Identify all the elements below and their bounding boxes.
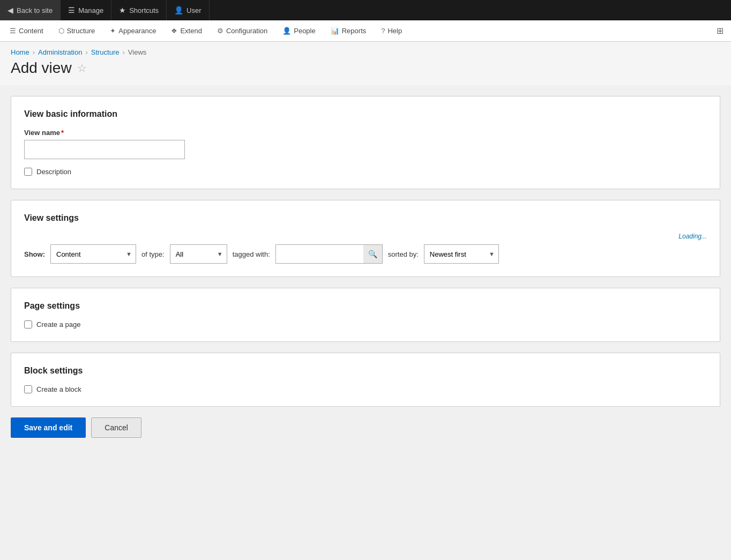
manage-button[interactable]: ☰ Manage (61, 0, 111, 20)
nav-item-people[interactable]: 👤 People (275, 20, 323, 41)
nav-item-reports[interactable]: 📊 Reports (323, 20, 374, 41)
nav-item-appearance[interactable]: ✦ Appearance (102, 20, 163, 41)
sorted-by-select[interactable]: Newest first Oldest first Title Author (424, 244, 499, 264)
star-icon: ★ (119, 6, 126, 14)
settings-row: Show: Content Comments Files Taxonomy te… (24, 244, 707, 264)
view-name-label: View name* (24, 129, 707, 137)
create-block-checkbox-row: Create a block (24, 385, 707, 393)
content-icon: ☰ (10, 27, 16, 35)
nav-item-extend[interactable]: ❖ Extend (163, 20, 209, 41)
extend-icon: ❖ (171, 27, 177, 35)
breadcrumb-structure[interactable]: Structure (91, 48, 120, 56)
back-icon: ◀ (8, 6, 13, 14)
nav-item-help[interactable]: ? Help (374, 20, 409, 41)
view-name-group: View name* (24, 129, 707, 159)
description-checkbox[interactable] (24, 168, 32, 176)
block-settings-title: Block settings (24, 366, 707, 376)
tagged-search-button[interactable]: 🔍 (363, 244, 383, 264)
manage-icon: ☰ (68, 6, 75, 14)
back-to-site-button[interactable]: ◀ Back to site (0, 0, 61, 20)
description-checkbox-row: Description (24, 168, 707, 176)
create-page-checkbox[interactable] (24, 320, 32, 328)
page-settings-card: Page settings Create a page (11, 288, 720, 342)
user-button[interactable]: 👤 User (167, 0, 209, 20)
user-icon: 👤 (174, 6, 183, 14)
of-type-label: of type: (141, 250, 165, 258)
shortcuts-button[interactable]: ★ Shortcuts (111, 0, 167, 20)
of-type-select[interactable]: All Article Basic page (170, 244, 227, 264)
create-page-checkbox-row: Create a page (24, 320, 707, 328)
search-icon: 🔍 (368, 250, 377, 258)
description-label: Description (36, 168, 71, 176)
reports-icon: 📊 (331, 27, 339, 35)
tagged-with-wrap: 🔍 (275, 244, 383, 264)
nav-item-content[interactable]: ☰ Content (2, 20, 51, 41)
nav-item-configuration[interactable]: ⚙ Configuration (210, 20, 275, 41)
view-basic-info-card: View basic information View name* Descri… (11, 96, 720, 189)
of-type-select-wrap: All Article Basic page ▼ (170, 244, 227, 264)
structure-icon: ⬡ (58, 27, 64, 35)
cancel-button[interactable]: Cancel (91, 417, 141, 438)
create-block-checkbox[interactable] (24, 385, 32, 393)
sorted-by-select-wrap: Newest first Oldest first Title Author ▼ (424, 244, 499, 264)
breadcrumb-views: Views (128, 48, 146, 56)
show-label: Show: (24, 250, 45, 258)
page-title: Add view (11, 59, 72, 77)
breadcrumb-administration[interactable]: Administration (38, 48, 82, 56)
show-select-wrap: Content Comments Files Taxonomy terms Us… (50, 244, 136, 264)
create-block-label: Create a block (36, 385, 81, 393)
show-select[interactable]: Content Comments Files Taxonomy terms Us… (50, 244, 136, 264)
nav-item-structure[interactable]: ⬡ Structure (51, 20, 103, 41)
breadcrumb: Home › Administration › Structure › View… (11, 48, 720, 56)
view-settings-title: View settings (24, 213, 707, 223)
view-basic-info-title: View basic information (24, 109, 707, 119)
main-content: View basic information View name* Descri… (0, 85, 731, 449)
breadcrumb-home[interactable]: Home (11, 48, 29, 56)
people-icon: 👤 (282, 27, 291, 35)
admin-bar: ◀ Back to site ☰ Manage ★ Shortcuts 👤 Us… (0, 0, 731, 20)
page-settings-title: Page settings (24, 301, 707, 311)
tagged-with-label: tagged with: (233, 250, 270, 258)
view-settings-card: View settings Loading... Show: Content C… (11, 200, 720, 277)
secondary-nav: ☰ Content ⬡ Structure ✦ Appearance ❖ Ext… (0, 20, 731, 42)
loading-text: Loading... (24, 233, 707, 240)
appearance-icon: ✦ (110, 27, 116, 35)
help-icon: ? (381, 27, 385, 35)
sorted-by-label: sorted by: (388, 250, 419, 258)
configuration-icon: ⚙ (217, 27, 223, 35)
save-and-edit-button[interactable]: Save and edit (11, 417, 86, 438)
breadcrumb-area: Home › Administration › Structure › View… (0, 42, 731, 85)
create-page-label: Create a page (36, 320, 80, 328)
loading-area: Loading... (24, 233, 707, 240)
view-name-input[interactable] (24, 140, 185, 159)
block-settings-card: Block settings Create a block (11, 353, 720, 407)
nav-toggle-button[interactable]: ⊞ (711, 26, 729, 36)
action-buttons: Save and edit Cancel (11, 417, 720, 438)
favorite-icon[interactable]: ☆ (77, 62, 87, 74)
